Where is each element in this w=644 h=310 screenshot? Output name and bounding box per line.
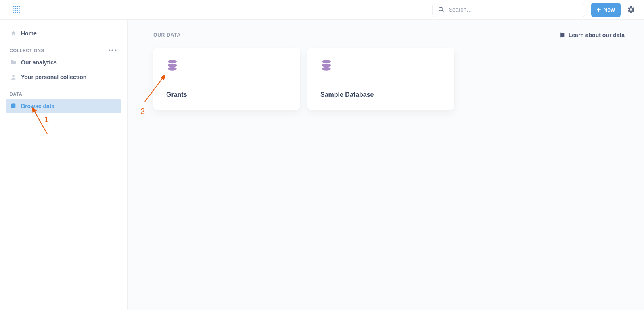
- search-box[interactable]: [432, 3, 585, 17]
- main-content: OUR DATA Learn about our data Grants: [128, 20, 644, 310]
- svg-point-6: [17, 8, 18, 9]
- svg-point-27: [322, 64, 331, 67]
- svg-point-24: [168, 64, 177, 67]
- svg-point-5: [15, 8, 16, 9]
- book-icon: [559, 32, 565, 38]
- svg-point-15: [19, 12, 20, 13]
- svg-point-9: [15, 10, 16, 11]
- search-icon: [438, 6, 445, 13]
- app-header: + New: [0, 0, 644, 20]
- svg-point-2: [17, 6, 18, 7]
- sidebar-item-personal-collection[interactable]: Your personal collection: [6, 70, 121, 84]
- svg-point-12: [13, 12, 14, 13]
- svg-point-23: [168, 60, 177, 63]
- person-icon: [10, 73, 17, 81]
- collections-more-button[interactable]: •••: [108, 48, 117, 52]
- svg-point-3: [19, 6, 20, 7]
- svg-point-16: [439, 7, 443, 11]
- sidebar-item-browse-data[interactable]: Browse data: [6, 99, 121, 113]
- dots-icon: •••: [108, 47, 117, 54]
- learn-link-label: Learn about our data: [569, 32, 625, 38]
- settings-button[interactable]: [626, 5, 636, 15]
- home-icon: [10, 30, 17, 37]
- database-card-title: Grants: [166, 91, 287, 98]
- database-card-grants[interactable]: Grants: [153, 48, 300, 110]
- annotation-label-1: 1: [44, 115, 49, 124]
- svg-point-11: [19, 10, 20, 11]
- section-label: COLLECTIONS: [10, 48, 44, 53]
- logo-icon: [12, 4, 22, 15]
- page-title: OUR DATA: [153, 32, 181, 38]
- database-icon: [10, 102, 17, 110]
- svg-point-7: [19, 8, 20, 9]
- svg-point-18: [12, 75, 14, 77]
- database-card-sample[interactable]: Sample Database: [307, 48, 454, 110]
- sidebar-item-label: Our analytics: [21, 59, 57, 66]
- svg-line-17: [442, 10, 444, 12]
- sidebar-item-our-analytics[interactable]: Our analytics: [6, 55, 121, 70]
- sidebar-item-home[interactable]: Home: [6, 26, 121, 41]
- sidebar-item-label: Home: [21, 30, 37, 37]
- database-icon: [320, 59, 332, 71]
- svg-point-0: [13, 6, 14, 7]
- database-icon: [166, 59, 178, 71]
- folder-icon: [10, 59, 17, 66]
- svg-point-25: [168, 67, 177, 71]
- section-label: DATA: [10, 92, 22, 96]
- annotation-label-2: 2: [140, 107, 145, 116]
- svg-point-1: [15, 6, 16, 7]
- plus-icon: +: [597, 7, 601, 12]
- svg-point-14: [17, 12, 18, 13]
- svg-point-4: [13, 8, 14, 9]
- sidebar: Home COLLECTIONS ••• Our analytics Your …: [0, 20, 128, 310]
- svg-point-10: [17, 10, 18, 11]
- sidebar-item-label: Browse data: [21, 103, 54, 109]
- sidebar-section-data: DATA: [6, 92, 121, 96]
- sidebar-section-collections: COLLECTIONS •••: [6, 48, 121, 53]
- svg-point-26: [322, 60, 331, 63]
- svg-point-13: [15, 12, 16, 13]
- gear-icon: [627, 6, 635, 14]
- sidebar-item-label: Your personal collection: [21, 74, 86, 80]
- svg-point-8: [13, 10, 14, 11]
- app-logo[interactable]: [11, 4, 23, 15]
- new-button[interactable]: + New: [591, 3, 621, 17]
- svg-rect-22: [560, 33, 561, 37]
- svg-point-28: [322, 67, 331, 71]
- database-card-title: Sample Database: [320, 91, 441, 98]
- new-button-label: New: [603, 6, 615, 13]
- learn-about-data-link[interactable]: Learn about our data: [559, 32, 625, 38]
- search-input[interactable]: [449, 6, 579, 13]
